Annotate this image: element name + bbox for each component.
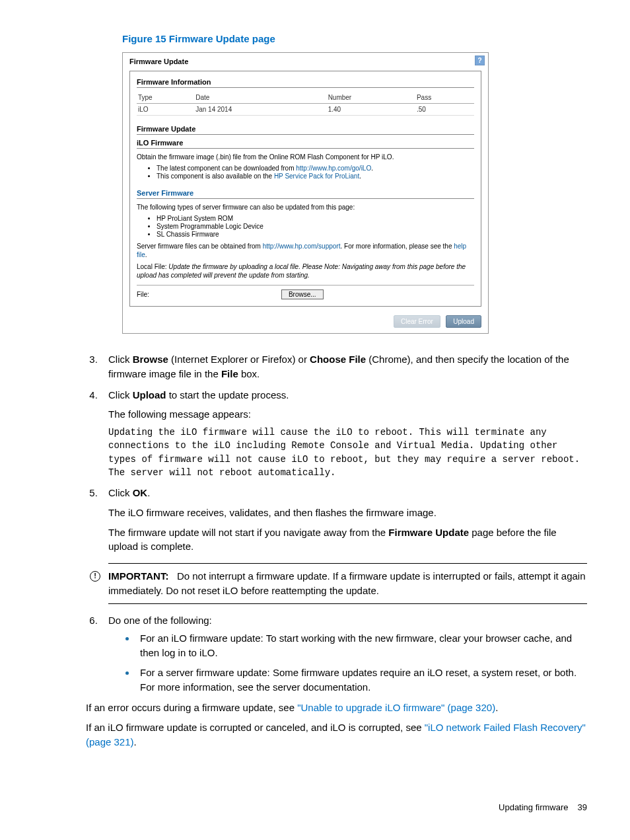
col-number: Number bbox=[327, 92, 415, 104]
important-icon: ! bbox=[90, 571, 100, 582]
corrupt-paragraph: If an iLO firmware update is corrupted o… bbox=[86, 720, 587, 749]
unable-upgrade-link[interactable]: "Unable to upgrade iLO firmware" (page 3… bbox=[297, 702, 495, 713]
upload-button[interactable]: Upload bbox=[446, 315, 481, 328]
page-footer: Updating firmware39 bbox=[86, 802, 587, 812]
server-intro: The following types of server firmware c… bbox=[137, 203, 474, 211]
local-file-note: Local File: Update the firmware by uploa… bbox=[137, 262, 474, 280]
support-link[interactable]: http://www.hp.com/support bbox=[263, 243, 341, 250]
browse-button[interactable]: Browse... bbox=[281, 289, 324, 299]
ilo-firmware-heading: iLO Firmware bbox=[137, 139, 474, 148]
col-type: Type bbox=[137, 92, 194, 104]
list-item: System Programmable Logic Device bbox=[157, 223, 474, 230]
list-item: HP ProLiant System ROM bbox=[157, 215, 474, 222]
ilo-intro: Obtain the firmware image (.bin) file fr… bbox=[137, 153, 474, 161]
step-6: Do one of the following: For an iLO firm… bbox=[100, 613, 587, 695]
list-item: For an iLO firmware update: To start wor… bbox=[136, 631, 587, 660]
spp-link[interactable]: HP Service Pack for ProLiant bbox=[274, 172, 359, 180]
list-item: This component is also available on the … bbox=[157, 172, 474, 180]
col-date: Date bbox=[194, 92, 326, 104]
table-row: iLO Jan 14 2014 1.40 .50 bbox=[137, 104, 474, 116]
list-item: The latest component can be downloaded f… bbox=[157, 165, 474, 172]
window-title: Firmware Update bbox=[129, 57, 188, 65]
firmware-update-screenshot: Firmware Update ? Firmware Information T… bbox=[122, 52, 489, 334]
obtain-text: Server firmware files can be obtained fr… bbox=[137, 242, 474, 259]
col-pass: Pass bbox=[415, 92, 474, 104]
step-3: Click Browse (Internet Explorer or Firef… bbox=[100, 352, 587, 381]
step-5: Click OK. The iLO firmware receives, val… bbox=[100, 486, 587, 604]
figure-caption: Figure 15 Firmware Update page bbox=[122, 33, 587, 44]
firmware-info-table: Type Date Number Pass iLO Jan 14 2014 1.… bbox=[137, 92, 474, 116]
help-icon[interactable]: ? bbox=[475, 56, 485, 65]
list-item: For a server firmware update: Some firmw… bbox=[136, 666, 587, 695]
firmware-info-heading: Firmware Information bbox=[137, 78, 474, 87]
firmware-update-heading: Firmware Update bbox=[137, 125, 474, 134]
console-message: Updating the iLO firmware will cause the… bbox=[108, 426, 587, 479]
clear-error-button[interactable]: Clear Error bbox=[394, 315, 440, 328]
error-paragraph: If an error occurs during a firmware upd… bbox=[86, 701, 587, 715]
file-label: File: bbox=[137, 291, 149, 298]
step-4: Click Upload to start the update process… bbox=[100, 388, 587, 480]
ilo-download-link[interactable]: http://www.hp.com/go/iLO bbox=[296, 165, 371, 172]
important-note: ! IMPORTANT: Do not interrupt a firmware… bbox=[108, 563, 587, 604]
server-firmware-heading: Server Firmware bbox=[137, 189, 474, 198]
list-item: SL Chassis Firmware bbox=[157, 231, 474, 238]
